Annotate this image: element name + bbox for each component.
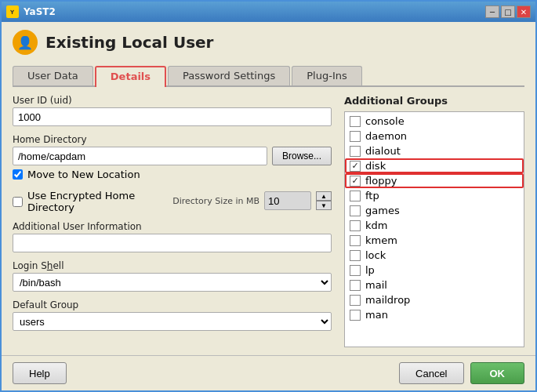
group-label-mail: mail <box>365 279 387 291</box>
main-window: Y YaST2 ─ □ ✕ 👤 Existing Local User User… <box>0 0 537 392</box>
right-panel: Additional Groups consoledaemondialoutdi… <box>344 95 524 347</box>
titlebar-controls: ─ □ ✕ <box>485 5 531 18</box>
button-bar: Help Cancel OK <box>2 355 535 390</box>
app-icon: Y <box>6 5 19 18</box>
user-id-group: User ID (uid) <box>13 95 332 126</box>
group-item-ftp[interactable]: ftp <box>345 188 524 203</box>
home-dir-row: Browse... <box>13 147 332 165</box>
ok-button[interactable]: OK <box>470 362 525 384</box>
page-icon: 👤 <box>13 30 38 55</box>
group-item-daemon[interactable]: daemon <box>345 129 524 143</box>
use-encrypted-checkbox[interactable] <box>13 197 23 207</box>
group-label-ftp: ftp <box>365 190 379 201</box>
main-area: User ID (uid) Home Directory Browse... M… <box>13 95 524 347</box>
left-panel: User ID (uid) Home Directory Browse... M… <box>13 95 332 347</box>
dir-size-spinbox: ▲ ▼ <box>316 191 332 210</box>
page-title: Existing Local User <box>45 33 213 52</box>
group-label-kmem: kmem <box>365 234 397 246</box>
group-label-man: man <box>365 309 388 321</box>
home-directory-group: Home Directory Browse... Move to New Loc… <box>13 134 332 180</box>
group-label-lock: lock <box>365 249 386 261</box>
group-item-games[interactable]: games <box>345 203 524 218</box>
move-to-new-location-checkbox[interactable] <box>13 169 23 180</box>
help-button[interactable]: Help <box>13 362 67 384</box>
titlebar-title: YaST2 <box>24 6 485 17</box>
group-label-games: games <box>365 205 400 216</box>
default-group-select[interactable]: users <box>13 312 332 331</box>
home-directory-input[interactable] <box>13 147 267 165</box>
tabs-bar: User Data Details Password Settings Plug… <box>13 66 524 87</box>
login-shell-select[interactable]: /bin/bash <box>13 273 332 292</box>
group-label-lp: lp <box>365 264 375 276</box>
group-label-disk: disk <box>365 160 386 172</box>
dir-size-input[interactable] <box>264 191 311 210</box>
additional-groups-label: Additional Groups <box>344 95 524 107</box>
default-group-group: Default Group users <box>13 299 332 331</box>
group-checkbox-floppy[interactable] <box>350 176 361 187</box>
additional-groups-list-wrapper: consoledaemondialoutdiskfloppyftpgameskd… <box>344 111 524 347</box>
maximize-button[interactable]: □ <box>501 5 515 18</box>
group-checkbox-lp[interactable] <box>350 265 361 276</box>
dir-size-label: Directory Size in MB <box>172 196 259 206</box>
additional-user-info-label: Additional User Information <box>13 221 332 232</box>
group-item-mail[interactable]: mail <box>345 278 524 292</box>
dir-size-group: Directory Size in MB ▲ ▼ <box>172 191 332 210</box>
tab-plug-ins[interactable]: Plug-Ins <box>292 66 361 85</box>
group-checkbox-dialout[interactable] <box>350 146 361 157</box>
svg-text:Y: Y <box>9 9 15 16</box>
login-shell-group: Login Shell /bin/bash <box>13 260 332 292</box>
group-checkbox-games[interactable] <box>350 205 361 216</box>
group-checkbox-man[interactable] <box>350 310 361 321</box>
group-checkbox-console[interactable] <box>350 116 361 127</box>
tab-password-settings[interactable]: Password Settings <box>168 66 290 85</box>
additional-groups-list: consoledaemondialoutdiskfloppyftpgameskd… <box>345 112 524 324</box>
group-checkbox-disk[interactable] <box>350 161 361 172</box>
group-label-daemon: daemon <box>365 130 407 142</box>
group-label-floppy: floppy <box>365 175 397 187</box>
group-checkbox-mail[interactable] <box>350 280 361 291</box>
user-id-input[interactable] <box>13 107 332 126</box>
login-shell-label: Login Shell <box>13 260 332 271</box>
group-checkbox-kmem[interactable] <box>350 235 361 246</box>
group-checkbox-kdm[interactable] <box>350 220 361 231</box>
additional-user-info-group: Additional User Information <box>13 221 332 252</box>
user-id-label: User ID (uid) <box>13 95 332 106</box>
group-item-kdm[interactable]: kdm <box>345 218 524 233</box>
group-label-console: console <box>365 115 405 127</box>
group-label-maildrop: maildrop <box>365 294 410 306</box>
tab-details[interactable]: Details <box>95 66 166 87</box>
group-item-console[interactable]: console <box>345 114 524 129</box>
encrypt-checkbox-row: Use Encrypted Home Directory <box>13 190 165 213</box>
group-label-dialout: dialout <box>365 145 401 157</box>
spin-down-button[interactable]: ▼ <box>316 201 332 210</box>
spin-up-button[interactable]: ▲ <box>316 191 332 201</box>
group-item-maildrop[interactable]: maildrop <box>345 292 524 307</box>
group-item-lp[interactable]: lp <box>345 263 524 278</box>
additional-groups-scroll-area[interactable]: consoledaemondialoutdiskfloppyftpgameskd… <box>345 112 524 347</box>
move-to-new-location-row: Move to New Location <box>13 169 332 180</box>
group-item-lock[interactable]: lock <box>345 248 524 263</box>
group-checkbox-maildrop[interactable] <box>350 295 361 306</box>
group-checkbox-daemon[interactable] <box>350 131 361 142</box>
titlebar: Y YaST2 ─ □ ✕ <box>2 2 535 22</box>
cancel-button[interactable]: Cancel <box>399 362 463 384</box>
group-item-kmem[interactable]: kmem <box>345 233 524 248</box>
group-checkbox-ftp[interactable] <box>350 191 361 201</box>
encrypt-row: Use Encrypted Home Directory Directory S… <box>13 188 332 213</box>
browse-button[interactable]: Browse... <box>272 147 332 165</box>
right-buttons: Cancel OK <box>399 362 524 384</box>
group-item-disk[interactable]: disk <box>345 158 524 173</box>
group-label-kdm: kdm <box>365 220 387 231</box>
move-to-new-location-label: Move to New Location <box>27 169 140 180</box>
default-group-label: Default Group <box>13 299 332 310</box>
close-button[interactable]: ✕ <box>517 5 531 18</box>
use-encrypted-label: Use Encrypted Home Directory <box>27 190 165 213</box>
group-checkbox-lock[interactable] <box>350 250 361 261</box>
minimize-button[interactable]: ─ <box>485 5 499 18</box>
group-item-floppy[interactable]: floppy <box>345 173 524 188</box>
group-item-man[interactable]: man <box>345 307 524 322</box>
page-header: 👤 Existing Local User <box>13 30 524 60</box>
group-item-dialout[interactable]: dialout <box>345 143 524 158</box>
tab-user-data[interactable]: User Data <box>13 66 93 85</box>
additional-user-info-input[interactable] <box>13 234 332 252</box>
